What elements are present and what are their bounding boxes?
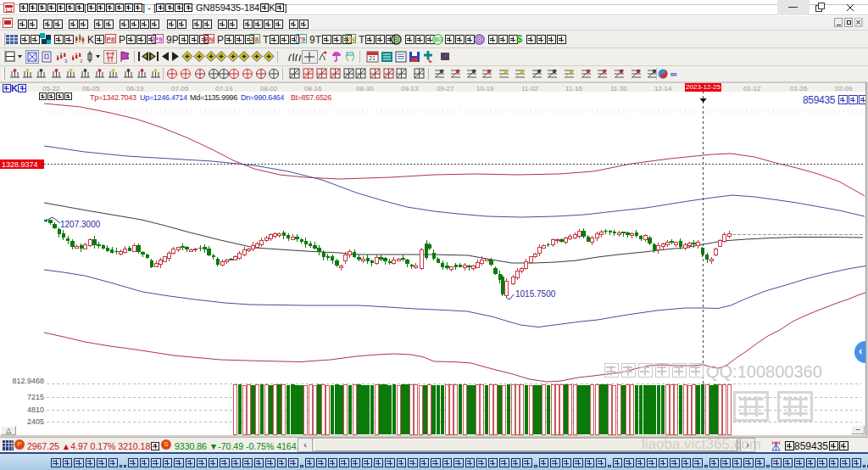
svg-text:4810: 4810 [27, 406, 44, 414]
svg-text:∞: ∞ [670, 69, 677, 79]
svg-text:1015.7500: 1015.7500 [515, 289, 556, 299]
svg-text:3: 3 [80, 59, 83, 64]
svg-text:1207.3000: 1207.3000 [60, 220, 101, 229]
svg-text:BG: BG [434, 36, 442, 42]
svg-text:1328.9374: 1328.9374 [2, 160, 38, 169]
svg-text:7215: 7215 [27, 393, 44, 401]
svg-text:2405: 2405 [27, 417, 44, 426]
svg-text:3: 3 [64, 59, 68, 64]
svg-text:812.9468: 812.9468 [12, 377, 44, 385]
svg-text:21: 21 [369, 55, 376, 61]
svg-text:QQ:100800360: QQ:100800360 [706, 362, 822, 381]
